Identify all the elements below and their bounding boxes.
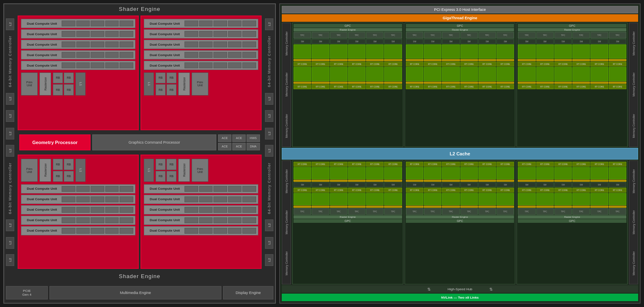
dcu-row: Dual Compute Unit (144, 19, 258, 28)
left-mc-strip-bottom: Memory Controller Memory Controller Memo… (282, 160, 291, 285)
mem-ctrl-label-left1: 64-bit Memory Controller (8, 36, 12, 87)
pcie-block: PCIEGen 4 (6, 286, 48, 299)
l2-block: L2 (265, 254, 273, 266)
mem-ctrl-label-right2: 64-bit Memory Controller (267, 163, 271, 214)
high-speed-hub: ⇅ High-Speed Hub ⇅ (282, 285, 638, 293)
l1-block: L1 (75, 72, 86, 95)
rasterizer: Rasterizer (39, 159, 51, 182)
dcu-row: Dual Compute Unit (21, 29, 135, 39)
bottom-labels: PCIEGen 4 Multimedia Engine Display Engi… (4, 281, 275, 304)
l2-block: L2 (6, 237, 14, 249)
l2-block: L2 (6, 110, 14, 122)
l2-block: L2 (6, 254, 14, 266)
rb-grid: RB RB RB RB (156, 72, 177, 95)
l2-block: L2 (6, 219, 14, 231)
shader-engine-bottom-label: Shader Engine (4, 271, 275, 281)
dcu-row: Dual Compute Unit (21, 40, 135, 49)
ace-hws-grid: ACE ACE HWS ACE ACE DMA (218, 134, 260, 150)
l2-block: L2 (265, 219, 273, 231)
multimedia-engine: Multimedia Engine (49, 286, 221, 299)
shader-section-top-right: Dual Compute Unit Dual Compute Unit (140, 15, 262, 130)
gpc3-label: GPC (518, 24, 626, 28)
gpc6-label: GPC (518, 219, 626, 223)
giga-thread-bar: GigaThread Engine (282, 14, 638, 22)
right-panel: PCI Express 3.0 Host Interface GigaThrea… (279, 3, 641, 304)
raster-row-top-left: PrimUnit Rasterizer RB RB RB RB L1 (21, 71, 135, 96)
shader-col-bottom-right: L1 RB RB RB RB Rasterizer PrimUnit Dua (140, 155, 262, 269)
rasterizer: Rasterizer (178, 159, 190, 182)
l2-block: L2 (265, 128, 273, 139)
rasterizer: Rasterizer (39, 72, 51, 95)
nvlink-bar: NVLink — Two x8 Links (282, 294, 638, 301)
gpc4-label: GPC (293, 219, 402, 223)
left-mc-strip: Memory Controller Memory Controller Memo… (282, 23, 291, 147)
rb-grid: RB RB RB RB (53, 159, 74, 182)
dcu-row: Dual Compute Unit (144, 40, 258, 49)
shader-engine-top-label: Shader Engine (4, 4, 275, 14)
dcu-row: Dual Compute Unit (21, 195, 135, 204)
dcu-row: Dual Compute Unit (21, 216, 135, 225)
dcu-row: Dual Compute Unit (144, 216, 258, 225)
right-mc-strip: Memory Controller Memory Controller Memo… (629, 23, 638, 147)
dcu-row: Dual Compute Unit (144, 226, 258, 235)
raster-row-bottom-left: PrimUnit Rasterizer RB RB RB RB L1 (21, 158, 135, 183)
dcu-row: Dual Compute Unit (144, 50, 258, 59)
shader-col-right: Dual Compute Unit Dual Compute Unit (140, 15, 262, 130)
dcu-row: Dual Compute Unit (21, 19, 135, 28)
hub-arrow-left: ⇅ (427, 287, 431, 292)
l2-block: L2 (265, 237, 273, 249)
pci-express-bar: PCI Express 3.0 Host Interface (282, 6, 638, 13)
dcu-row: Dual Compute Unit (144, 184, 258, 193)
shader-section-top-left: Dual Compute Unit Dual Compute Unit (18, 15, 139, 130)
l2-block: L2 (6, 18, 14, 30)
l1-block: L1 (75, 159, 86, 182)
command-row: Geometry Processor Graphics Command Proc… (18, 132, 262, 153)
dcu-row: Dual Compute Unit (144, 61, 258, 70)
left-memory-ctrl: L2 64-bit Memory Controller L2 L2 L2 L2 … (4, 14, 16, 271)
dcu-row: Dual Compute Unit (144, 29, 258, 39)
rasterizer: Rasterizer (178, 72, 190, 95)
prim-unit: PrimUnit (192, 159, 208, 182)
dcu-row: Dual Compute Unit (21, 184, 135, 193)
right-memory-ctrl: L2 64-bit Memory Controller L2 L2 L2 L2 … (263, 14, 275, 271)
dcu-row: Dual Compute Unit (144, 195, 258, 204)
l2-block: L2 (6, 145, 14, 157)
gpc2-label: GPC (406, 24, 514, 28)
infinity-fabric-label: Infinity Fabric (4, 304, 275, 307)
top-shader-section: Dual Compute Unit Dual Compute Unit (18, 15, 262, 130)
mem-ctrl-label-right1: 64-bit Memory Controller (267, 36, 271, 87)
raster-row-top-right: L1 RB RB RB RB Rasterizer PrimUnit (144, 71, 258, 96)
l1-block: L1 (144, 159, 154, 182)
l2-block: L2 (265, 110, 273, 122)
bottom-shader-section: PrimUnit Rasterizer RB RB RB RB L1 Dua (18, 155, 262, 269)
hub-arrow-right: ⇅ (489, 287, 493, 292)
shader-section-bottom-right: L1 RB RB RB RB Rasterizer PrimUnit Dua (140, 155, 262, 269)
dcu-row: Dual Compute Unit (21, 205, 135, 214)
l1-block: L1 (144, 72, 154, 95)
gpc5-label: GPC (406, 219, 514, 223)
prim-unit: PrimUnit (21, 159, 38, 182)
display-engine: Display Engine (223, 286, 273, 299)
graphics-cmd-processor: Graphics Command Processor (92, 134, 216, 150)
shader-section-bottom-left: PrimUnit Rasterizer RB RB RB RB L1 Dua (18, 155, 139, 269)
l2-block: L2 (6, 128, 14, 139)
l2-block: L2 (265, 18, 273, 30)
raster-engine-1: Raster Engine (293, 28, 402, 31)
l2-cache-bar: L2 Cache (282, 148, 638, 160)
l2-block: L2 (265, 145, 273, 157)
prim-unit: PrimUnit (192, 72, 208, 95)
dcu-row: Dual Compute Unit (21, 226, 135, 235)
l2-block: L2 (265, 93, 273, 105)
dcu-row: Dual Compute Unit (21, 50, 135, 59)
prim-unit: PrimUnit (21, 72, 38, 95)
rb-grid: RB RB RB RB (53, 72, 74, 95)
raster-row-bottom-right: L1 RB RB RB RB Rasterizer PrimUnit (144, 158, 258, 183)
center-content: Dual Compute Unit Dual Compute Unit (16, 14, 263, 271)
geometry-processor: Geometry Processor (19, 134, 91, 150)
l2-block: L2 (6, 93, 14, 105)
shader-col-bottom-left: PrimUnit Rasterizer RB RB RB RB L1 Dua (18, 155, 139, 269)
dcu-row: Dual Compute Unit (144, 205, 258, 214)
rb-grid: RB RB RB RB (156, 159, 177, 182)
mem-ctrl-label-left2: 64-bit Memory Controller (8, 163, 12, 214)
shader-col-left: Dual Compute Unit Dual Compute Unit (18, 15, 139, 130)
